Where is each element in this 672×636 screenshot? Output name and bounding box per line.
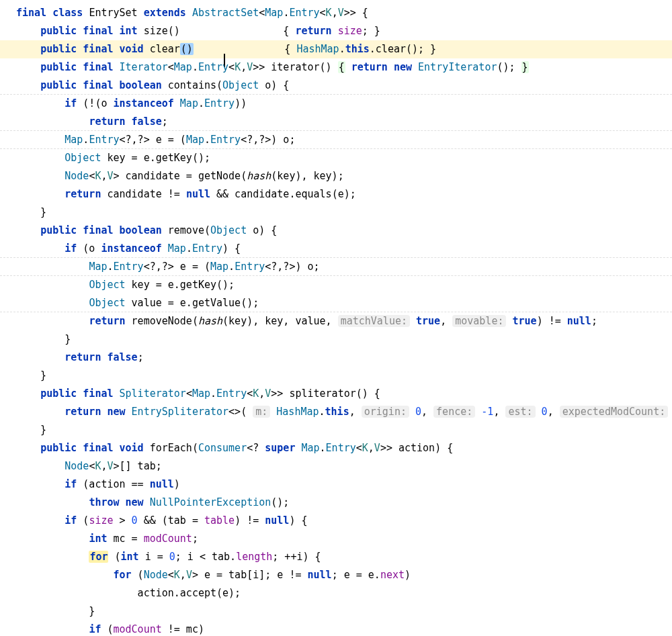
code-line-18[interactable]: return removeNode(hash(key), key, value,… xyxy=(0,312,672,330)
code-line-30[interactable]: int mc = modCount; xyxy=(0,530,672,548)
code-line-16[interactable]: Object key = e.getKey(); xyxy=(0,276,672,294)
code-line-12[interactable]: } xyxy=(0,203,672,222)
code-line-28[interactable]: throw new NullPointerException(); xyxy=(0,494,672,512)
code-line-5[interactable]: public final boolean contains(Object o) … xyxy=(0,77,672,95)
code-line-23[interactable]: return new EntrySpliterator<>( m: HashMa… xyxy=(0,403,672,421)
code-line-14[interactable]: if (o instanceof Map.Entry) { xyxy=(0,240,672,258)
code-line-2[interactable]: public final int size() { return size; } xyxy=(0,22,672,40)
code-line-19[interactable]: } xyxy=(0,330,672,349)
code-line-8[interactable]: Map.Entry<?,?> e = (Map.Entry<?,?>) o; xyxy=(0,131,672,149)
code-line-4[interactable]: public final Iterator<Map.Entry<K,V>> it… xyxy=(0,58,672,77)
code-line-33[interactable]: action.accept(e); xyxy=(0,584,672,602)
code-line-29[interactable]: if (size > 0 && (tab = table) != null) { xyxy=(0,512,672,530)
code-line-27[interactable]: if (action == null) xyxy=(0,475,672,494)
code-line-31[interactable]: for (int i = 0; i < tab.length; ++i) { xyxy=(0,548,672,566)
code-line-20[interactable]: return false; xyxy=(0,349,672,367)
code-line-22[interactable]: public final Spliterator<Map.Entry<K,V>>… xyxy=(0,385,672,403)
code-line-24[interactable]: } xyxy=(0,421,672,439)
code-line-1[interactable]: final class EntrySet extends AbstractSet… xyxy=(0,4,672,22)
code-line-17[interactable]: Object value = e.getValue(); xyxy=(0,294,672,312)
code-line-10[interactable]: Node<K,V> candidate = getNode(hash(key),… xyxy=(0,167,672,185)
code-line-15[interactable]: Map.Entry<?,?> e = (Map.Entry<?,?>) o; xyxy=(0,258,672,276)
code-line-6[interactable]: if (!(o instanceof Map.Entry)) xyxy=(0,95,672,113)
code-line-7[interactable]: return false; xyxy=(0,113,672,131)
code-line-32[interactable]: for (Node<K,V> e = tab[i]; e != null; e … xyxy=(0,566,672,584)
code-line-9[interactable]: Object key = e.getKey(); xyxy=(0,149,672,167)
code-line-34[interactable]: } xyxy=(0,602,672,621)
code-line-13[interactable]: public final boolean remove(Object o) { xyxy=(0,222,672,240)
code-line-21[interactable]: } xyxy=(0,367,672,385)
code-line-26[interactable]: Node<K,V>[] tab; xyxy=(0,457,672,475)
code-line-3[interactable]: public final void clear() { HashMap.this… xyxy=(0,40,672,58)
code-editor[interactable]: final class EntrySet extends AbstractSet… xyxy=(0,0,672,636)
code-line-11[interactable]: return candidate != null && candidate.eq… xyxy=(0,185,672,203)
code-line-35[interactable]: if (modCount != mc) xyxy=(0,621,672,636)
code-line-25[interactable]: public final void forEach(Consumer<? sup… xyxy=(0,439,672,457)
